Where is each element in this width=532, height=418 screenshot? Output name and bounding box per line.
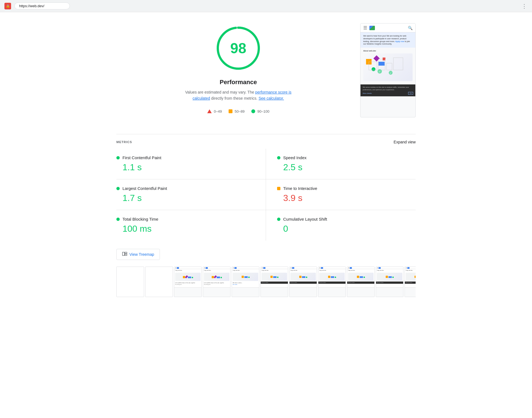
cookie-more-details[interactable]: More details [363, 92, 372, 94]
filmstrip-frame-2: ☰ Copy web.dev Let's bui [174, 267, 202, 297]
metric-tbt-dot [116, 218, 120, 221]
metric-fcp-name: First Contentful Paint [122, 155, 161, 160]
metric-tbt-name: Total Blocking Time [122, 217, 158, 221]
svg-rect-4 [387, 63, 392, 70]
filmstrip-frame-10: ☰ Copy web.dev We serve cookies... [405, 267, 416, 297]
metric-tbt-header: Total Blocking Time [116, 217, 255, 221]
metric-lcp: Largest Contentful Paint 1.7 s [116, 179, 266, 210]
metric-lcp-value: 1.7 s [116, 193, 255, 203]
metric-tbt: Total Blocking Time 100 ms [116, 210, 266, 241]
metric-si-header: Speed Index [277, 155, 416, 160]
metric-tti-header: Time to Interactive [277, 186, 416, 191]
filmstrip-frame-4: ☰ Copy web.dev We share cookies... [232, 267, 259, 297]
poor-range: 0–49 [214, 109, 222, 113]
score-section: 98 Performance Values are estimated and … [116, 23, 416, 117]
view-treemap-button[interactable]: View Treemap [116, 249, 160, 260]
good-range: 90–100 [257, 109, 269, 113]
frame-5-preview: ☰ Copy web.dev We serve cookies... [261, 267, 288, 288]
filmstrip-frame-3: ☰ Copy web.dev Let's bui [203, 267, 231, 297]
cookie-ok-button[interactable]: Ok [408, 92, 413, 95]
metric-cls-name: Cumulative Layout Shift [283, 217, 327, 221]
filmstrip-frame-1 [145, 267, 173, 297]
webdev-logo [369, 26, 375, 30]
metric-fcp-dot [116, 156, 120, 159]
svg-text:✓: ✓ [390, 72, 392, 74]
metrics-label: METRICS [116, 140, 132, 144]
filmstrip-frame-7: ☰ Copy web.dev We serve cookies... [318, 267, 346, 297]
browser-menu-button[interactable]: ⋮ [521, 3, 528, 9]
svg-rect-5 [393, 58, 403, 70]
preview-header: ☰ 🔍 [360, 24, 415, 32]
preview-illustration: ✓ ✓ [363, 53, 413, 81]
metric-cls: Cumulative Layout Shift 0 [266, 210, 416, 241]
metric-si-value: 2.5 s [277, 162, 416, 172]
metric-lcp-header: Largest Contentful Paint [116, 186, 255, 191]
frame-10-preview: ☰ Copy web.dev We serve cookies... [405, 267, 416, 288]
preview-content: About web.dev [360, 48, 415, 83]
metric-si-dot [277, 156, 280, 159]
hamburger-icon: ☰ [363, 25, 367, 30]
metric-fcp: First Contentful Paint 1.1 s [116, 149, 266, 179]
score-number: 98 [230, 40, 246, 56]
url-bar[interactable]: https://web.dev/ [14, 2, 70, 9]
metric-cls-header: Cumulative Layout Shift [277, 217, 416, 221]
svg-rect-2 [369, 62, 377, 70]
desc-prefix: Values are estimated and may vary. The [185, 90, 255, 94]
needs-improvement-range: 50–89 [235, 109, 245, 113]
preview-banner: We want to hear from you! We are looking… [360, 32, 415, 48]
search-icon: 🔍 [408, 26, 413, 30]
metric-fcp-header: First Contentful Paint [116, 155, 255, 160]
filmstrip-frame-6: ☰ Copy web.dev We serve cookies... [289, 267, 317, 297]
metric-cls-value: 0 [277, 224, 416, 234]
preview-about-text: About web.dev [363, 50, 413, 52]
metric-tti-dot [277, 187, 280, 190]
calculator-link[interactable]: See calculator. [259, 96, 284, 100]
frame-7-preview: ☰ Copy web.dev We serve cookies... [318, 267, 346, 288]
legend-poor: 0–49 [207, 109, 222, 113]
filmstrip-frame-8: ☰ Copy web.dev We serve cookies... [347, 267, 375, 297]
preview-screenshot: ☰ 🔍 We want to hear from you! We are loo… [360, 23, 416, 117]
metric-si-name: Speed Index [283, 155, 306, 160]
metrics-header: METRICS Expand view [116, 134, 416, 149]
browser-icon: 🔒 [4, 3, 11, 9]
metric-lcp-dot [116, 187, 120, 190]
filmstrip-row: ☰ Copy web.dev Let's bui [116, 267, 416, 297]
frame-9-preview: ☰ Copy web.dev We serve cookies... [376, 267, 403, 288]
legend-good: 90–100 [251, 109, 269, 113]
svg-rect-12 [125, 254, 127, 256]
filmstrip-frame-9: ☰ Copy web.dev We serve cookies... [376, 267, 403, 297]
metric-si: Speed Index 2.5 s [266, 149, 416, 179]
svg-rect-11 [125, 252, 127, 254]
poor-icon [207, 109, 212, 113]
legend-needs-improvement: 50–89 [229, 109, 245, 113]
score-legend: 0–49 50–89 90–100 [207, 109, 269, 113]
cookie-text: We serve cookies on this site to analyze… [363, 86, 413, 91]
metric-tti-value: 3.9 s [277, 193, 416, 203]
filmstrip-section: ☰ Copy web.dev Let's bui [116, 267, 416, 297]
metric-tbt-value: 100 ms [116, 224, 255, 234]
browser-toolbar: 🔒 https://web.dev/ ⋮ [0, 0, 532, 12]
metric-fcp-value: 1.1 s [116, 162, 255, 172]
preview-cookie-banner: We serve cookies on this site to analyze… [360, 84, 415, 96]
frame-3-preview: ☰ Copy web.dev Let's bui [203, 267, 230, 288]
performance-description: Values are estimated and may vary. The p… [180, 89, 296, 102]
frame-6-preview: ☰ Copy web.dev We serve cookies... [290, 267, 317, 288]
metric-tti-name: Time to Interactive [283, 186, 317, 191]
main-container: 98 Performance Values are estimated and … [100, 12, 432, 308]
filmstrip-frame-5: ☰ Copy web.dev We serve cookies... [260, 267, 288, 297]
score-circle: 98 [213, 23, 263, 73]
metric-cls-dot [277, 218, 280, 221]
performance-title: Performance [220, 79, 257, 86]
treemap-label: View Treemap [129, 252, 154, 257]
needs-improvement-icon [229, 109, 232, 113]
frame-4-preview: ☰ Copy web.dev We share cookies... [232, 267, 259, 288]
treemap-icon [122, 252, 127, 257]
metric-tti: Time to Interactive 3.9 s [266, 179, 416, 210]
svg-rect-3 [378, 59, 385, 70]
filmstrip-frame-0 [116, 267, 144, 297]
desc-middle: directly from these metrics. [210, 96, 259, 100]
metric-lcp-name: Largest Contentful Paint [122, 186, 167, 191]
svg-text:✓: ✓ [378, 70, 381, 73]
score-left: 98 Performance Values are estimated and … [116, 23, 360, 113]
expand-view-button[interactable]: Expand view [394, 140, 416, 144]
